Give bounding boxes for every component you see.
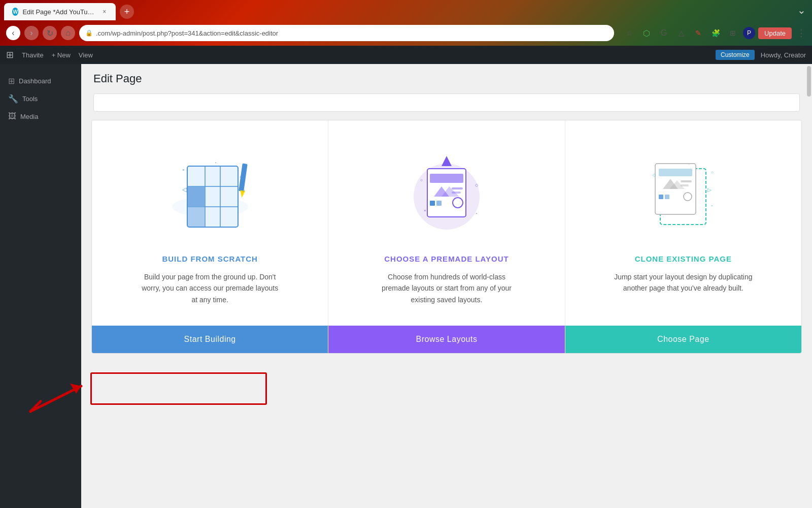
svg-text:◇: ◇	[475, 183, 479, 187]
svg-text:◁: ◁	[182, 186, 187, 193]
address-field[interactable]: 🔒 .com/wp-admin/post.php?post=341&action…	[79, 25, 614, 41]
chrome-update-button[interactable]: Update	[758, 27, 792, 39]
home-button[interactable]: ⌂	[61, 26, 75, 40]
premade-layout-card: ○ ◇ × • CHOOSE A PREMADE LAYOUT Choose f…	[328, 120, 565, 353]
clone-card-title: CLONE EXISTING PAGE	[635, 255, 732, 263]
admin-bar-view[interactable]: View	[79, 51, 93, 59]
build-from-scratch-body: ◁ + ◇ × • BUILD FROM SCRATCH Build your …	[92, 120, 328, 326]
svg-text:×: ×	[182, 168, 185, 172]
clone-page-body: ◇ ○ ▷ × ○ CLONE EXISTING PAGE Jump start…	[565, 120, 801, 326]
drive-icon[interactable]: △	[674, 26, 688, 40]
page-header: Edit Page	[81, 64, 812, 89]
clone-card-desc: Jump start your layout design by duplica…	[612, 271, 754, 294]
media-icon: 🖼	[8, 112, 16, 121]
admin-bar-right: Customize Howdy, Creator	[716, 50, 806, 60]
customize-button[interactable]: Customize	[716, 50, 755, 60]
address-bar-row: ‹ › ↻ ⌂ 🔒 .com/wp-admin/post.php?post=34…	[0, 20, 812, 46]
sidebar-label-media: Media	[20, 113, 38, 120]
page-title: Edit Page	[93, 72, 800, 85]
svg-marker-16	[442, 156, 452, 166]
premade-card-desc: Choose from hundreds of world-class prem…	[376, 271, 518, 305]
svg-text:•: •	[476, 212, 477, 215]
sidebar-item-media[interactable]: 🖼 Media	[0, 108, 81, 125]
svg-rect-39	[665, 195, 669, 199]
build-from-scratch-card: ◁ + ◇ × • BUILD FROM SCRATCH Build your …	[92, 120, 328, 353]
svg-text:•: •	[215, 161, 216, 164]
svg-rect-35	[681, 180, 692, 182]
svg-rect-32	[659, 169, 692, 176]
option-cards-container: ◁ + ◇ × • BUILD FROM SCRATCH Build your …	[91, 120, 802, 354]
scratch-card-title: BUILD FROM SCRATCH	[162, 255, 258, 263]
back-button[interactable]: ‹	[6, 26, 20, 40]
sidebar-item-dashboard[interactable]: ⊞ Dashboard	[0, 72, 81, 90]
ssl-lock-icon: 🔒	[85, 29, 93, 37]
admin-bar-new[interactable]: + New	[52, 51, 71, 59]
admin-bar-thavite[interactable]: Thavite	[22, 51, 44, 59]
premade-card-title: CHOOSE A PREMADE LAYOUT	[384, 255, 509, 263]
chrome-maximize-button[interactable]: ⌄	[797, 4, 806, 16]
wp-logo-icon[interactable]: ⊞	[6, 49, 14, 60]
scrollbar-thumb[interactable]	[807, 66, 811, 97]
options-panel	[93, 93, 800, 112]
sidebar-label-tools: Tools	[22, 95, 38, 103]
svg-rect-6	[188, 187, 205, 206]
sidebar-item-tools[interactable]: 🔧 Tools	[0, 90, 81, 108]
new-tab-button[interactable]: +	[120, 5, 134, 19]
wp-sidebar: ⊞ Dashboard 🔧 Tools 🖼 Media	[0, 64, 81, 508]
premade-illustration: ○ ◇ × •	[401, 141, 492, 242]
svg-text:○: ○	[688, 163, 690, 166]
reload-button[interactable]: ↻	[43, 26, 57, 40]
chrome-menu-icon[interactable]: ⋮	[797, 27, 806, 39]
svg-text:◇: ◇	[653, 173, 656, 177]
svg-rect-18	[430, 174, 463, 183]
browser-chrome: W Edit Page *Add YouTube Video... × + ⌄ …	[0, 0, 812, 46]
layout-icon[interactable]: ⊞	[726, 26, 740, 40]
svg-rect-38	[659, 195, 663, 199]
svg-text:○: ○	[711, 170, 714, 175]
tab-bar: W Edit Page *Add YouTube Video... × + ⌄	[0, 0, 812, 20]
tools-icon: 🔧	[8, 94, 18, 104]
clone-illustration: ◇ ○ ▷ × ○	[637, 141, 729, 242]
profile-avatar[interactable]: P	[743, 27, 755, 39]
svg-text:×: ×	[711, 204, 713, 207]
google-icon[interactable]: G	[657, 26, 671, 40]
active-tab[interactable]: W Edit Page *Add YouTube Video... ×	[4, 3, 116, 20]
forward-button[interactable]: ›	[24, 26, 39, 40]
tab-title: Edit Page *Add YouTube Video...	[22, 8, 97, 16]
svg-rect-21	[452, 187, 463, 189]
svg-rect-24	[430, 201, 435, 206]
svg-rect-36	[681, 184, 689, 186]
bookmark-button[interactable]: ☆	[622, 26, 636, 40]
admin-bar-howdy: Howdy, Creator	[761, 51, 806, 59]
svg-text:▷: ▷	[707, 187, 712, 193]
sidebar-label-dashboard: Dashboard	[19, 77, 51, 85]
browse-layouts-button[interactable]: Browse Layouts	[328, 326, 564, 353]
wp-tab-icon: W	[12, 8, 18, 16]
scrollbar[interactable]	[806, 64, 812, 508]
scratch-card-desc: Build your page from the ground up. Don'…	[139, 271, 281, 305]
tab-close-button[interactable]: ×	[101, 8, 108, 16]
dashboard-icon: ⊞	[8, 76, 15, 86]
start-building-button[interactable]: Start Building	[92, 326, 328, 353]
svg-rect-7	[188, 207, 205, 227]
svg-text:○: ○	[420, 178, 423, 182]
edit-icon[interactable]: ✎	[691, 26, 705, 40]
browser-actions: ☆ ⬡ G △ ✎ 🧩 ⊞ P Update ⋮	[622, 26, 806, 40]
svg-rect-25	[436, 201, 442, 206]
svg-text:×: ×	[424, 208, 426, 213]
url-text: .com/wp-admin/post.php?post=341&action=e…	[96, 29, 278, 37]
extensions-icon[interactable]: ⬡	[639, 26, 654, 40]
svg-text:◇: ◇	[242, 188, 245, 193]
clone-page-card: ◇ ○ ▷ × ○ CLONE EXISTING PAGE Jump start…	[565, 120, 801, 353]
wp-main: Edit Page	[81, 64, 812, 508]
svg-rect-22	[452, 192, 461, 194]
scratch-illustration: ◁ + ◇ × •	[164, 141, 256, 242]
choose-page-button[interactable]: Choose Page	[565, 326, 801, 353]
premade-layout-body: ○ ◇ × • CHOOSE A PREMADE LAYOUT Choose f…	[328, 120, 564, 326]
wp-admin-bar: ⊞ Thavite + New View Customize Howdy, Cr…	[0, 46, 812, 64]
svg-text:+: +	[240, 174, 243, 180]
puzzle-icon[interactable]: 🧩	[708, 26, 723, 40]
